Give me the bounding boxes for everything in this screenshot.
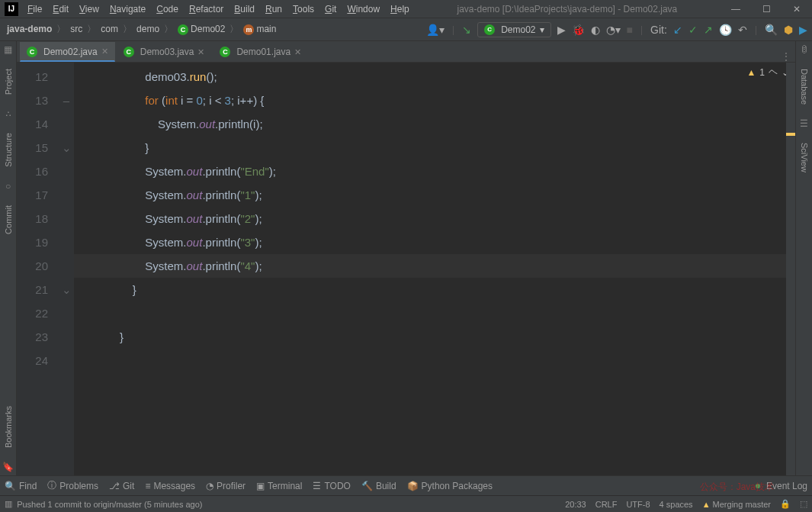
add-config-icon[interactable]: 👤▾ [426,24,445,36]
breadcrumb-item[interactable]: com [98,22,120,36]
breadcrumb-method[interactable]: mmain [241,22,278,37]
status-caret-pos[interactable]: 20:33 [565,500,586,509]
git-history-icon[interactable]: 🕓 [719,24,732,36]
code-line[interactable] [74,349,795,372]
status-branch[interactable]: ▲ Merging master [702,500,771,509]
sidebar-project[interactable]: Project [4,64,13,99]
tab-python-packages[interactable]: 📦 Python Packages [407,481,493,491]
run-config-selector[interactable]: CDemo02 ▾ [477,22,550,37]
status-indent[interactable]: 4 spaces [660,500,693,509]
class-icon: C [220,47,230,57]
code-line[interactable]: for (int i = 0; i < 3; i++) { [74,89,795,112]
menu-window[interactable]: Window [342,2,384,16]
maximize-button[interactable]: ☐ [751,0,782,18]
menu-refactor[interactable]: Refactor [185,2,228,16]
project-icon[interactable]: ▦ [4,44,12,55]
code-line[interactable]: } [74,325,795,349]
structure-icon[interactable]: ⛬ [4,108,13,119]
close-button[interactable]: ✕ [782,0,812,18]
status-ide-icon[interactable]: ⬚ [800,499,807,509]
close-tab-icon[interactable]: ✕ [294,47,301,57]
menu-code[interactable]: Code [152,2,183,16]
coverage-button[interactable]: ◐ [591,24,600,36]
fold-marker [59,207,74,230]
status-lock-icon[interactable]: 🔒 [780,499,791,509]
run-button[interactable]: ▶ [557,24,566,36]
tabs-more-icon[interactable]: ⋮ [782,51,791,62]
menu-file[interactable]: File [23,2,47,16]
code-line[interactable] [74,301,795,325]
menu-navigate[interactable]: Navigate [105,2,150,16]
fold-marker[interactable]: ⌄ [59,278,74,301]
menu-git[interactable]: Git [320,2,341,16]
inspection-indicator[interactable]: ▲ 1 ヘ ⌄ [746,66,789,79]
breadcrumb-item[interactable]: src [68,22,85,36]
tab-find[interactable]: 🔍 Find [5,481,37,491]
sidebar-database[interactable]: Database [800,64,809,109]
editor-tab[interactable]: CDemo02.java✕ [20,42,115,62]
breadcrumb-project[interactable]: java-demo [5,22,54,36]
settings-icon[interactable]: ⬢ [784,24,793,36]
sidebar-commit[interactable]: Commit [4,201,13,239]
prev-highlight-icon[interactable]: ヘ [769,66,778,79]
code-line[interactable]: System.out.println(i); [74,112,795,136]
watermark: 公众号：Java技术 [700,481,774,494]
debug-button[interactable]: 🐞 [572,24,585,36]
git-update-icon[interactable]: ↙ [673,24,682,36]
tab-git[interactable]: ⎇ Git [109,481,134,491]
code-line[interactable]: System.out.println("4"); [74,254,795,278]
profile-button[interactable]: ◔▾ [606,24,621,36]
menu-help[interactable]: Help [386,2,414,16]
git-rollback-icon[interactable]: ↶ [738,24,747,36]
code-line[interactable]: System.out.println("End"); [74,159,795,183]
run-anything-icon[interactable]: ▶ [799,24,807,36]
status-eol[interactable]: CRLF [595,500,618,509]
code-editor[interactable]: 12131415161718192021222324 –⌄⌄ ▲ 1 ヘ ⌄ d… [17,63,795,475]
fold-marker[interactable]: ⌄ [59,136,74,159]
tab-profiler[interactable]: ◔ Profiler [206,481,246,491]
code-line[interactable]: System.out.println("3"); [74,230,795,254]
menu-build[interactable]: Build [229,2,259,16]
build-icon[interactable]: ↘ [462,24,471,36]
tab-todo[interactable]: ☰ TODO [313,481,350,491]
breadcrumb-class[interactable]: CDemo02 [175,22,227,37]
menu-view[interactable]: View [75,2,104,16]
sidebar-structure[interactable]: Structure [4,128,13,172]
breadcrumb-item[interactable]: demo [134,22,162,36]
fold-marker [59,325,74,349]
git-commit-icon[interactable]: ✓ [688,24,698,36]
git-push-icon[interactable]: ↗ [704,24,713,36]
code-area[interactable]: ▲ 1 ヘ ⌄ demo03.run(); for (int i = 0; i … [74,63,795,475]
sidebar-sciview[interactable]: SciView [800,138,809,177]
code-line[interactable]: } [74,136,795,159]
tab-build[interactable]: 🔨 Build [361,481,396,491]
code-line[interactable]: System.out.println("2"); [74,207,795,230]
code-line[interactable]: System.out.println("1"); [74,183,795,207]
menu-edit[interactable]: Edit [48,2,73,16]
tab-messages[interactable]: ≡ Messages [145,481,195,491]
menu-tools[interactable]: Tools [288,2,319,16]
database-icon[interactable]: 🛢 [800,44,809,55]
window-title: java-demo [D:\IdeaProjects\java-demo] - … [414,4,721,14]
status-bar: ▥ Pushed 1 commit to origin/master (5 mi… [0,495,812,512]
status-encoding[interactable]: UTF-8 [626,500,650,509]
tab-problems[interactable]: ⓘ Problems [47,479,98,492]
editor-tab[interactable]: CDemo01.java✕ [213,42,308,62]
sidebar-bookmarks[interactable]: Bookmarks [4,401,13,452]
search-icon[interactable]: 🔍 [765,24,778,36]
menu-run[interactable]: Run [261,2,287,16]
sciview-icon[interactable]: ☰ [800,118,808,129]
stop-button[interactable]: ■ [627,24,633,36]
editor-tab[interactable]: CDemo03.java✕ [117,42,212,62]
warning-count: 1 [759,67,765,78]
code-line[interactable]: demo03.run(); [74,65,795,89]
tab-terminal[interactable]: ▣ Terminal [256,481,302,491]
bookmarks-icon[interactable]: 🔖 [2,462,14,472]
commit-icon[interactable]: ○ [5,181,11,192]
code-line[interactable]: } [74,278,795,301]
close-tab-icon[interactable]: ✕ [197,47,204,57]
status-window-icon[interactable]: ▥ [5,499,12,509]
fold-marker[interactable]: – [59,89,74,112]
minimize-button[interactable]: — [721,0,751,18]
close-tab-icon[interactable]: ✕ [101,47,108,56]
